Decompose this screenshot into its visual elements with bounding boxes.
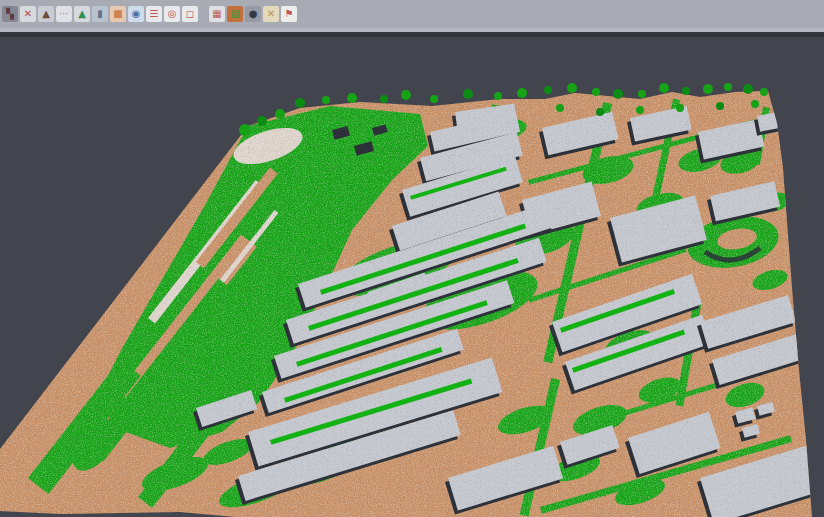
tree-canopy <box>295 98 305 108</box>
tree-canopy <box>544 86 552 94</box>
toolbar-ground-class-icon[interactable]: ▲ <box>74 6 90 22</box>
toolbar-points-icon[interactable]: ⋯ <box>56 6 72 22</box>
toolbar-profile-icon[interactable]: ▮ <box>92 6 108 22</box>
toolbar-target-icon[interactable]: ◎ <box>164 6 180 22</box>
toolbar-align-icon[interactable]: ✕ <box>20 6 36 22</box>
ortho-icon: ■ <box>113 9 122 19</box>
point-cloud-scene <box>0 37 824 517</box>
tree-canopy <box>724 83 732 91</box>
tree-canopy <box>494 92 502 100</box>
points-icon: ⋯ <box>59 9 69 19</box>
flag-icon: ⚑ <box>285 9 294 19</box>
align-icon: ✕ <box>24 9 32 19</box>
grid-icon: ▦ <box>212 9 221 19</box>
dataset-icon: ▚ <box>6 9 14 19</box>
target-icon: ◎ <box>168 9 177 19</box>
tree-canopy <box>322 96 330 104</box>
tree-canopy <box>347 93 357 103</box>
selection-icon: ◻ <box>186 9 194 19</box>
tree-canopy <box>401 90 411 100</box>
ground-class-icon: ▲ <box>78 9 86 19</box>
terrain-icon: ▲ <box>42 9 50 19</box>
profile-icon: ▮ <box>97 9 103 19</box>
remove-icon: ✕ <box>267 9 275 19</box>
toolbar-list-icon[interactable]: ☰ <box>146 6 162 22</box>
tree-canopy <box>380 95 388 103</box>
toolbar-remove-icon[interactable]: ✕ <box>263 6 279 22</box>
toolbar-dataset-icon[interactable]: ▚ <box>2 6 18 22</box>
sphere-icon: ● <box>249 9 258 19</box>
tree-canopy <box>430 95 438 103</box>
tree-canopy <box>682 87 690 95</box>
toolbar-ortho-icon[interactable]: ■ <box>110 6 126 22</box>
tree-canopy <box>567 83 577 93</box>
noise-layer <box>0 37 824 517</box>
3d-viewport[interactable] <box>0 37 824 517</box>
point-speckle-dark <box>0 37 824 517</box>
tree-canopy <box>703 84 713 94</box>
globe-icon: ◉ <box>132 9 141 19</box>
toolbar-sphere-icon[interactable]: ● <box>245 6 261 22</box>
toolbar-globe-icon[interactable]: ◉ <box>128 6 144 22</box>
toolbar-colormap-icon[interactable]: ▧ <box>227 6 243 22</box>
toolbar-grid-icon[interactable]: ▦ <box>209 6 225 22</box>
tree-canopy <box>463 89 473 99</box>
toolbar-flag-icon[interactable]: ⚑ <box>281 6 297 22</box>
main-toolbar: ▚✕▲⋯▲▮■◉☰◎◻▦▧●✕⚑ <box>0 0 824 28</box>
tree-canopy <box>638 90 646 98</box>
tree-canopy <box>517 88 527 98</box>
tree-canopy <box>659 83 669 93</box>
application-window: ▚✕▲⋯▲▮■◉☰◎◻▦▧●✕⚑ <box>0 0 824 517</box>
list-icon: ☰ <box>150 9 159 19</box>
colormap-icon: ▧ <box>230 9 239 19</box>
toolbar-terrain-icon[interactable]: ▲ <box>38 6 54 22</box>
toolbar-selection-icon[interactable]: ◻ <box>182 6 198 22</box>
